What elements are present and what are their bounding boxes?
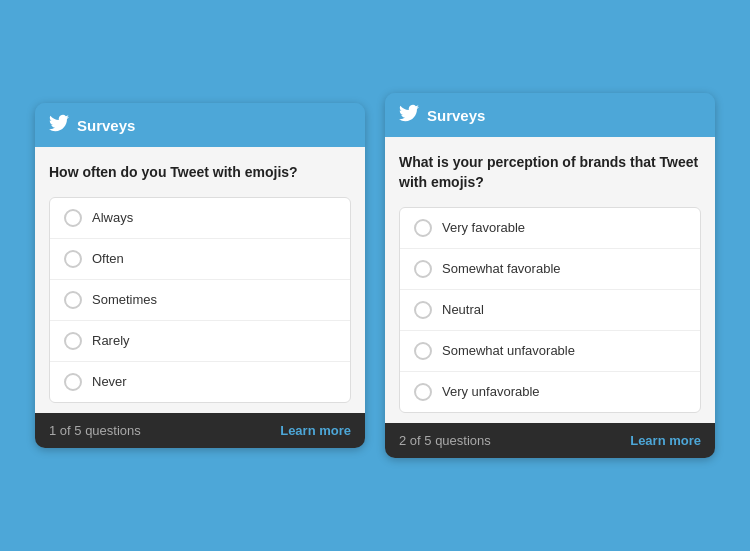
twitter-bird-icon <box>399 103 419 127</box>
option-label: Always <box>92 210 133 225</box>
option-item[interactable]: Very unfavorable <box>400 372 700 412</box>
option-item[interactable]: Never <box>50 362 350 402</box>
option-item[interactable]: Somewhat unfavorable <box>400 331 700 372</box>
card-body: What is your perception of brands that T… <box>385 137 715 422</box>
radio-button[interactable] <box>414 260 432 278</box>
card-footer: 1 of 5 questions Learn more <box>35 413 365 448</box>
radio-button[interactable] <box>64 373 82 391</box>
twitter-bird-icon <box>49 113 69 137</box>
option-label: Very unfavorable <box>442 384 540 399</box>
option-item[interactable]: Sometimes <box>50 280 350 321</box>
radio-button[interactable] <box>414 383 432 401</box>
option-label: Sometimes <box>92 292 157 307</box>
radio-button[interactable] <box>414 301 432 319</box>
radio-button[interactable] <box>414 342 432 360</box>
radio-button[interactable] <box>64 291 82 309</box>
question-text: How often do you Tweet with emojis? <box>49 163 351 183</box>
option-label: Rarely <box>92 333 130 348</box>
option-label: Very favorable <box>442 220 525 235</box>
survey-card-card1: Surveys How often do you Tweet with emoj… <box>35 103 365 448</box>
option-label: Neutral <box>442 302 484 317</box>
option-label: Never <box>92 374 127 389</box>
option-item[interactable]: Very favorable <box>400 208 700 249</box>
footer-progress: 1 of 5 questions <box>49 423 141 438</box>
option-item[interactable]: Rarely <box>50 321 350 362</box>
option-item[interactable]: Often <box>50 239 350 280</box>
radio-button[interactable] <box>64 209 82 227</box>
option-label: Somewhat unfavorable <box>442 343 575 358</box>
card-header: Surveys <box>385 93 715 137</box>
option-item[interactable]: Always <box>50 198 350 239</box>
options-list: Always Often Sometimes Rarely Never <box>49 197 351 403</box>
card-body: How often do you Tweet with emojis? Alwa… <box>35 147 365 413</box>
card-footer: 2 of 5 questions Learn more <box>385 423 715 458</box>
surveys-title: Surveys <box>427 107 485 124</box>
radio-button[interactable] <box>414 219 432 237</box>
footer-progress: 2 of 5 questions <box>399 433 491 448</box>
option-label: Often <box>92 251 124 266</box>
question-text: What is your perception of brands that T… <box>399 153 701 192</box>
learn-more-link[interactable]: Learn more <box>630 433 701 448</box>
option-label: Somewhat favorable <box>442 261 561 276</box>
radio-button[interactable] <box>64 332 82 350</box>
option-item[interactable]: Somewhat favorable <box>400 249 700 290</box>
surveys-title: Surveys <box>77 117 135 134</box>
option-item[interactable]: Neutral <box>400 290 700 331</box>
card-header: Surveys <box>35 103 365 147</box>
survey-card-card2: Surveys What is your perception of brand… <box>385 93 715 457</box>
radio-button[interactable] <box>64 250 82 268</box>
options-list: Very favorable Somewhat favorable Neutra… <box>399 207 701 413</box>
learn-more-link[interactable]: Learn more <box>280 423 351 438</box>
